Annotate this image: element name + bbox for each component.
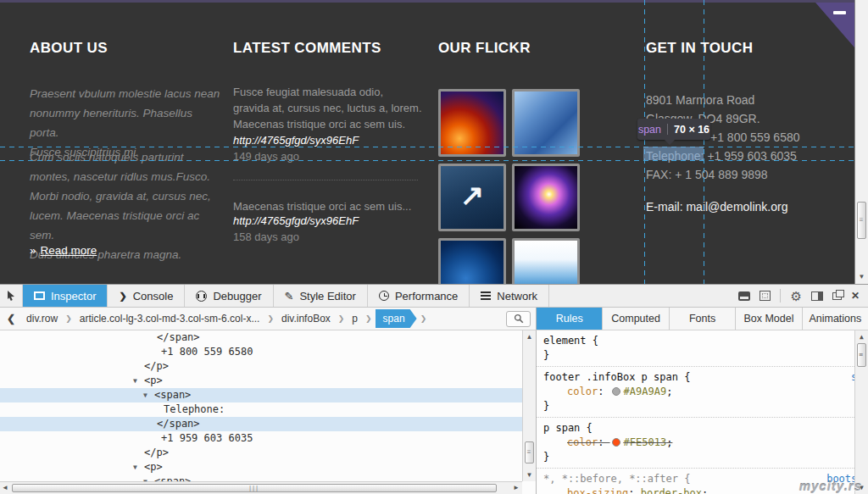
breadcrumb-separator-icon: ❯: [62, 314, 75, 323]
property-name: color: [567, 436, 598, 448]
settings-gear-icon[interactable]: ⚙: [790, 290, 801, 303]
highlighter-guide-top: [0, 147, 854, 147]
expand-arrow-icon[interactable]: ▼: [133, 377, 137, 385]
pick-element-button[interactable]: [0, 285, 23, 307]
color-swatch[interactable]: [612, 387, 620, 396]
comment-1-link[interactable]: http://4765gfgd/syx96EhF: [233, 134, 359, 147]
markup-row[interactable]: ▼<span>: [0, 475, 522, 481]
flickr-thumb-colorful-light-burst[interactable]: [512, 164, 580, 231]
markup-scroll-right-icon[interactable]: ►: [512, 482, 520, 494]
flickr-grid: ↗: [438, 89, 581, 284]
infobar-divider: [667, 124, 668, 135]
markup-row[interactable]: </p>: [0, 359, 522, 374]
markup-row-text: </span>: [157, 331, 200, 343]
markup-row-text: <p>: [144, 461, 163, 473]
breadcrumb-back-icon[interactable]: ❮: [3, 313, 22, 325]
sidebar-tab-computed[interactable]: Computed: [603, 308, 669, 330]
breadcrumb-item-p[interactable]: p: [348, 309, 362, 328]
markup-scroll-up-icon[interactable]: ▲: [523, 331, 536, 342]
minimize-icon: [833, 11, 846, 14]
property-name: box-sizing: [567, 487, 628, 494]
markup-row-text: </p>: [144, 360, 169, 372]
rule-close-brace: }: [543, 450, 849, 464]
page-scrollbar[interactable]: ≡ ▼: [854, 0, 868, 284]
breadcrumb-separator-icon: ❯: [417, 314, 431, 323]
markup-scrollbar-thumb[interactable]: ≡: [525, 441, 534, 463]
page-scroll-down-icon[interactable]: ▼: [855, 271, 868, 282]
markup-row[interactable]: </span>: [0, 330, 522, 345]
performance-icon: [379, 291, 389, 301]
console-icon: ❯: [119, 291, 126, 302]
read-more-link[interactable]: »Read more: [30, 244, 97, 257]
sidebar-tab-animations[interactable]: Animations: [803, 308, 868, 330]
flickr-thumb-blue-white-particles[interactable]: [512, 238, 580, 284]
markup-vertical-scrollbar[interactable]: ▲ ≡ ▼: [522, 330, 536, 481]
rule-close-brace: }: [543, 348, 849, 363]
sidebar-tab-box-model[interactable]: Box Model: [736, 308, 802, 330]
markup-row[interactable]: </p>: [0, 446, 522, 460]
flickr-heading: OUR FLICKR: [438, 40, 531, 57]
markup-scroll-left-icon[interactable]: ◄: [1, 482, 9, 494]
breadcrumb-separator-icon: ❯: [264, 314, 277, 323]
markup-row-text: +1 959 603 6035: [161, 432, 253, 444]
rules-vertical-scrollbar[interactable]: ▲ ≡ ▼: [854, 330, 868, 494]
flickr-thumb-cubes-with-arrow[interactable]: ↗: [438, 164, 506, 231]
markup-row-text: Telephone:: [164, 403, 225, 415]
color-swatch[interactable]: [612, 438, 620, 447]
breadcrumb: div.row❯article.col-lg-3.col-md-3.col-sm…: [22, 309, 430, 328]
network-icon: [481, 291, 491, 300]
page-scrollbar-thumb[interactable]: ≡: [857, 202, 866, 239]
markup-horizontal-scrollbar[interactable]: ◄ ||| ►: [0, 481, 522, 494]
flickr-thumb-blue-fractal-swirl[interactable]: [438, 238, 506, 284]
expand-arrow-icon[interactable]: ▼: [133, 463, 137, 471]
markup-row[interactable]: +1 800 559 6580: [0, 345, 522, 359]
markup-row[interactable]: Telephone:: [0, 402, 522, 417]
breadcrumb-item-article-col-lg-3-col-md-3-col-sm-6-col-x[interactable]: article.col-lg-3.col-md-3.col-sm-6.col-x…: [75, 309, 264, 328]
tab-label: Console: [133, 290, 174, 303]
css-declaration[interactable]: color: #FE5013;: [543, 436, 849, 450]
tab-performance[interactable]: Performance: [368, 285, 470, 307]
markup-row[interactable]: ▼<p>: [0, 374, 522, 388]
markup-row[interactable]: ▼<span>: [0, 388, 522, 402]
tab-label: Network: [497, 290, 537, 303]
property-value: #A9A9A9: [624, 386, 667, 397]
infobar-dimensions: 70 × 16: [674, 124, 709, 136]
markup-hscrollbar-thumb[interactable]: |||: [12, 484, 497, 492]
rules-scrollbar-thumb[interactable]: ≡: [857, 343, 866, 367]
tab-style-editor[interactable]: ✎Style Editor: [274, 285, 368, 307]
sidebar-tab-strip: RulesComputedFontsBox ModelAnimations: [537, 308, 868, 330]
rules-scroll-up-icon[interactable]: ▲: [855, 331, 868, 342]
tab-debugger[interactable]: Debugger: [185, 285, 273, 307]
tab-network[interactable]: Network: [470, 285, 549, 307]
markup-scroll-down-icon[interactable]: ▼: [523, 469, 536, 480]
about-heading: ABOUT US: [30, 40, 108, 57]
close-devtools-icon[interactable]: ✕: [851, 290, 860, 302]
breadcrumb-item-div-infobox[interactable]: div.infoBox: [277, 309, 335, 328]
separate-window-icon[interactable]: [832, 292, 842, 300]
markup-row[interactable]: </span>: [0, 417, 522, 431]
tab-console[interactable]: ❯Console: [108, 285, 185, 307]
responsive-design-mode-icon[interactable]: [760, 291, 771, 301]
breadcrumb-item-div-row[interactable]: div.row: [22, 309, 62, 328]
email-link[interactable]: E-mail: mail@demolink.org: [646, 197, 849, 216]
markup-panel: </span>+1 800 559 6580</p>▼<p>▼<span>Tel…: [0, 330, 537, 494]
comment-2-link[interactable]: http://4765gfgd/syx96EhF: [233, 214, 359, 227]
dock-to-side-icon[interactable]: [811, 291, 823, 301]
corner-ribbon[interactable]: [815, 3, 854, 47]
expand-arrow-icon[interactable]: ▼: [143, 391, 147, 399]
comment-2-text: Maecenas tristique orci ac sem uis...: [233, 198, 424, 214]
watermark: mycity.rs: [799, 479, 862, 493]
markup-row[interactable]: +1 959 603 6035: [0, 431, 522, 446]
markup-row[interactable]: ▼<p>: [0, 460, 522, 475]
css-declaration[interactable]: color: #A9A9A9;: [543, 385, 849, 399]
devtools-body: </span>+1 800 559 6580</p>▼<p>▼<span>Tel…: [0, 330, 868, 494]
sidebar-tab-fonts[interactable]: Fonts: [670, 308, 736, 330]
breadcrumb-item-span[interactable]: span: [376, 309, 417, 328]
sidebar-tab-rules[interactable]: Rules: [537, 308, 603, 330]
arrow-icon: ↗: [460, 180, 485, 209]
markup-row-text: <span>: [154, 475, 191, 481]
toolbar-separator: [780, 289, 781, 303]
search-button[interactable]: [506, 311, 531, 327]
tab-inspector[interactable]: Inspector: [23, 285, 108, 307]
toggle-split-console-icon[interactable]: [738, 291, 750, 301]
